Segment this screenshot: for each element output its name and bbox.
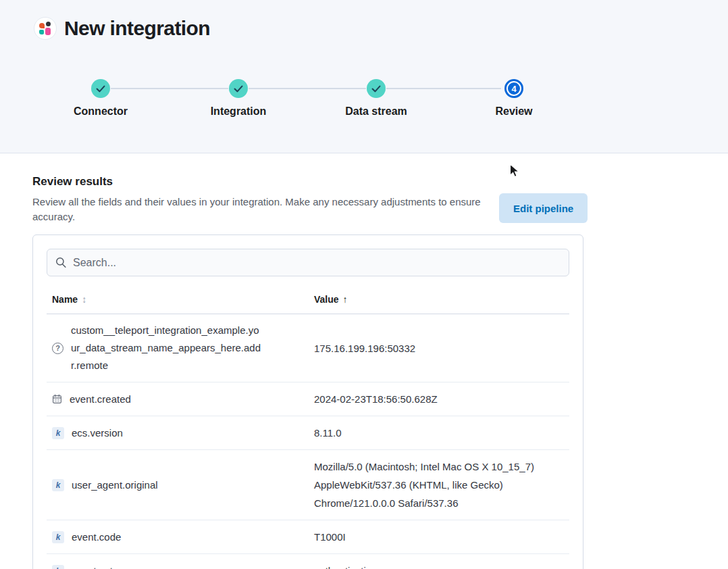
table-header-row: Name ↕ Value ↑ [47, 287, 569, 314]
step-complete-circle[interactable] [229, 79, 248, 98]
step-label: Review [445, 105, 583, 118]
field-name: ecs.version [72, 424, 123, 442]
review-results-card: Name ↕ Value ↑ ? custom__teleport_integr… [32, 234, 583, 569]
field-name-cell: k event.code [52, 528, 314, 546]
field-name-cell: ? custom__teleport_integration_example.y… [52, 322, 314, 374]
fields-table: Name ↕ Value ↑ ? custom__teleport_integr… [47, 287, 569, 569]
page-title: New integration [64, 17, 210, 40]
table-row: k event.code T1000I [47, 520, 569, 554]
step-label: Data stream [307, 105, 445, 118]
sort-both-icon: ↕ [82, 294, 86, 305]
keyword-field-icon: k [52, 427, 64, 439]
question-field-icon: ? [52, 343, 63, 354]
field-name: user_agent.original [72, 476, 158, 494]
edit-pipeline-button[interactable]: Edit pipeline [499, 193, 588, 223]
mouse-cursor [509, 164, 521, 179]
field-name-cell: event.created [52, 391, 314, 408]
field-name-cell: k event.category [52, 562, 314, 569]
field-value: Mozilla/5.0 (Macintosh; Intel Mac OS X 1… [314, 457, 564, 512]
column-header-name[interactable]: Name ↕ [52, 294, 314, 305]
keyword-field-icon: k [52, 565, 64, 569]
field-name-cell: k ecs.version [52, 424, 314, 442]
stepper-step-data-stream[interactable]: Review Data stream [307, 79, 445, 118]
calendar-field-icon [52, 394, 62, 404]
field-name: event.category [72, 562, 138, 569]
column-label: Value [314, 294, 339, 305]
field-name: event.code [72, 528, 121, 546]
field-value: 2024-02-23T18:56:50.628Z [314, 390, 564, 408]
field-name-cell: k user_agent.original [52, 476, 314, 494]
review-results-description: Review all the fields and their values i… [32, 195, 485, 224]
step-complete-circle[interactable] [367, 79, 386, 98]
check-icon [96, 85, 105, 93]
table-row: k user_agent.original Mozilla/5.0 (Macin… [47, 450, 569, 520]
field-value: authentication [314, 562, 564, 569]
table-row: k ecs.version 8.11.0 [47, 416, 569, 450]
table-row: ? custom__teleport_integration_example.y… [47, 314, 569, 382]
check-icon [371, 85, 381, 93]
column-header-value[interactable]: Value ↑ [314, 294, 348, 305]
arrow-up-icon: ↑ [343, 294, 348, 305]
field-value: 8.11.0 [314, 424, 564, 442]
column-label: Name [52, 294, 78, 305]
step-current-circle[interactable]: 4 [506, 81, 521, 96]
keyword-field-icon: k [52, 531, 64, 543]
app-header: New integration [34, 17, 210, 40]
step-complete-circle[interactable] [91, 79, 110, 98]
search-icon [55, 257, 67, 268]
stepper-step-connector[interactable]: Connector [32, 79, 170, 118]
field-name: custom__teleport_integration_example.you… [71, 322, 261, 374]
field-name: event.created [70, 391, 131, 408]
search-input[interactable] [73, 257, 561, 269]
stepper-step-integration[interactable]: Integration [170, 79, 307, 118]
table-body: ? custom__teleport_integration_example.y… [47, 314, 569, 569]
field-value: 175.16.199.196:50332 [314, 339, 564, 357]
integration-package-icon [34, 17, 57, 40]
table-row: event.created 2024-02-23T18:56:50.628Z [47, 382, 569, 416]
check-icon [234, 85, 243, 93]
search-box[interactable] [47, 249, 569, 276]
step-label: Connector [32, 105, 170, 118]
stepper-step-review[interactable]: 4 Review [445, 79, 583, 118]
review-results-heading: Review results [32, 175, 113, 189]
step-number: 4 [511, 84, 516, 94]
page-header-section: New integration Connector Integration Re… [0, 0, 728, 153]
table-row: k event.category authentication [47, 554, 569, 569]
field-value: T1000I [314, 528, 564, 546]
step-label: Integration [170, 105, 307, 118]
keyword-field-icon: k [52, 479, 64, 491]
